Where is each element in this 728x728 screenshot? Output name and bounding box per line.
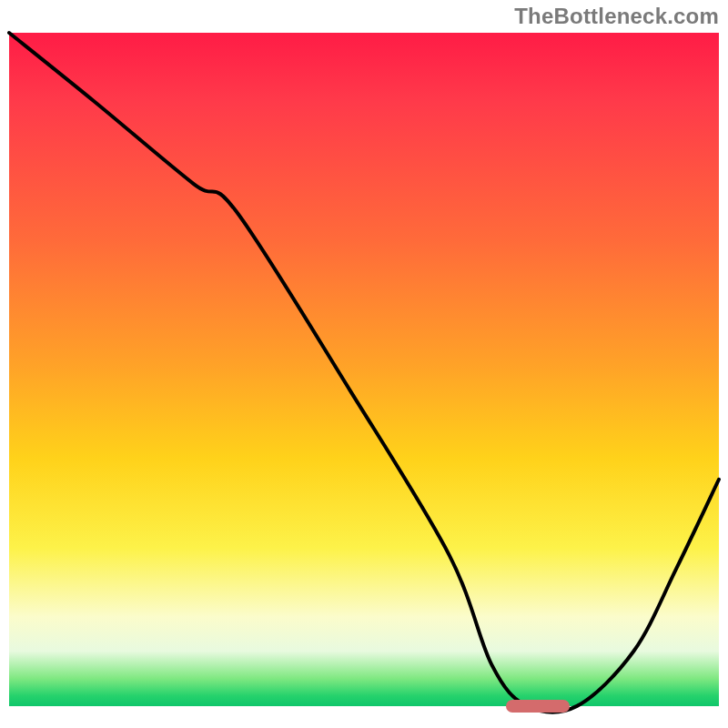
bottleneck-curve-path — [9, 33, 719, 713]
plot-area — [9, 33, 719, 720]
bottleneck-curve-svg — [9, 33, 719, 720]
optimum-range-marker — [506, 700, 570, 713]
chart-container: TheBottleneck.com — [0, 0, 728, 728]
watermark: TheBottleneck.com — [514, 4, 719, 29]
